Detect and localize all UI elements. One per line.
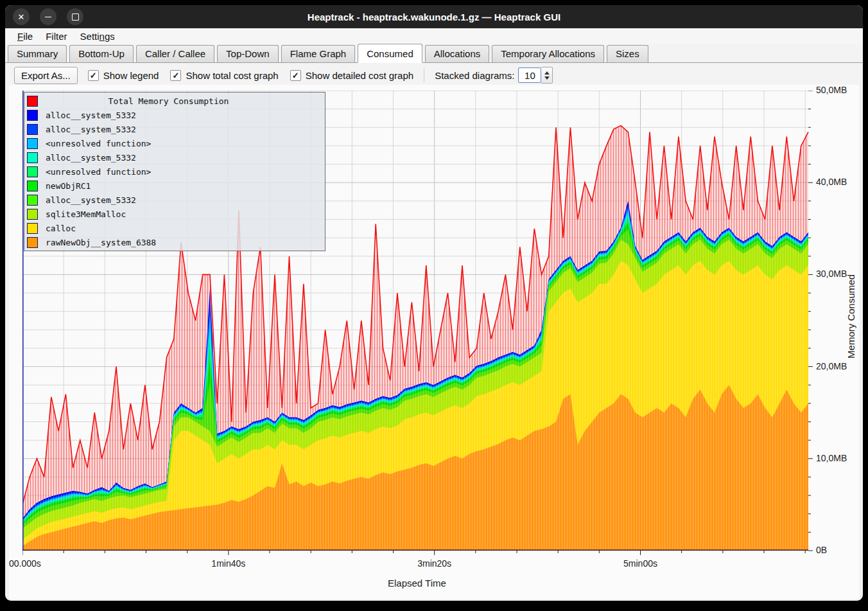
tab-temporary-allocations[interactable]: Temporary Allocations [492, 45, 604, 62]
y-axis-title: Memory Consumed [846, 274, 856, 359]
legend-swatch [27, 237, 38, 248]
minimize-icon [45, 17, 51, 17]
legend-swatch [27, 223, 38, 234]
memory-consumption-chart[interactable]: 0B10,0MB20,0MB30,0MB40,0MB50,0MB00.000s1… [9, 85, 859, 599]
close-button[interactable]: ✕ [13, 8, 30, 25]
tab-bar: SummaryBottom-UpCaller / CalleeTop-DownF… [5, 44, 863, 63]
x-tick-label: 1min40s [203, 558, 254, 569]
tab-consumed[interactable]: Consumed [358, 44, 422, 63]
legend-label: alloc__system_5332 [46, 153, 136, 163]
spinner-up-icon[interactable] [544, 71, 550, 75]
legend-item: alloc__system_5332 [24, 108, 325, 122]
tab-sizes[interactable]: Sizes [607, 45, 648, 62]
checkbox-label: Show legend [103, 70, 159, 81]
tab-caller-callee[interactable]: Caller / Callee [136, 45, 214, 62]
legend-label: alloc__system_5332 [46, 195, 136, 205]
tab-bottom-up[interactable]: Bottom-Up [69, 45, 134, 62]
window-title: Heaptrack - heaptrack.wakunode.1.gz — He… [308, 12, 560, 22]
legend-swatch [27, 181, 38, 191]
legend-swatch [27, 209, 38, 220]
maximize-icon [72, 13, 79, 21]
menu-item-filter[interactable]: Filter [40, 30, 73, 43]
x-tick-label: 3min20s [409, 558, 460, 569]
legend-label: rawNewObj__system_6388 [46, 238, 156, 247]
legend-item: sqlite3MemMalloc [24, 207, 325, 221]
legend-label: <unresolved function> [46, 167, 151, 177]
checkbox-label: Show detailed cost graph [306, 70, 413, 81]
legend-swatch [27, 110, 38, 121]
menu-bar: FileFilterSettings [5, 28, 863, 44]
stacked-diagrams-spinner[interactable]: 10 [518, 67, 553, 84]
y-tick-label: 40,0MB [816, 177, 847, 187]
y-tick-label: 50,0MB [816, 85, 847, 95]
legend-label: newObjRC1 [46, 181, 91, 191]
legend-item: <unresolved function> [24, 164, 325, 179]
title-bar[interactable]: ✕ Heaptrack - heaptrack.wakunode.1.gz — … [5, 5, 863, 28]
checkbox-show-detailed-cost-graph[interactable]: ✓Show detailed cost graph [290, 70, 413, 81]
tab-flame-graph[interactable]: Flame Graph [281, 45, 356, 62]
legend-item: alloc__system_5332 [24, 150, 325, 164]
x-tick-label: 5min00s [615, 558, 666, 569]
menu-item-file[interactable]: File [12, 30, 39, 43]
legend-item: rawNewObj__system_6388 [24, 235, 325, 249]
checkbox-show-legend[interactable]: ✓Show legend [88, 70, 159, 81]
y-tick-label: 30,0MB [816, 269, 847, 279]
x-axis-title: Elapsed Time [388, 578, 446, 589]
legend-swatch [27, 124, 38, 135]
toolbar: Export As... ✓Show legend✓Show total cos… [5, 63, 863, 86]
toolbar-separator [424, 68, 424, 82]
stacked-diagrams-value[interactable]: 10 [518, 67, 541, 83]
legend-title-row: Total Memory Consumption [24, 94, 325, 108]
tab-summary[interactable]: Summary [8, 45, 67, 62]
x-tick-label: 00.000s [9, 558, 41, 569]
minimize-button[interactable] [40, 8, 56, 25]
legend-swatch [27, 166, 38, 177]
checkmark-icon: ✓ [88, 70, 99, 81]
legend-label: sqlite3MemMalloc [46, 209, 126, 219]
legend-swatch [27, 195, 38, 206]
y-tick-label: 10,0MB [816, 453, 847, 463]
y-tick-label: 0B [816, 545, 827, 555]
export-as-button[interactable]: Export As... [14, 67, 78, 84]
legend-swatch [27, 96, 38, 107]
y-tick-label: 20,0MB [816, 361, 847, 371]
tab-allocations[interactable]: Allocations [425, 45, 490, 62]
menu-item-settings[interactable]: Settings [74, 30, 121, 43]
checkbox-show-total-cost-graph[interactable]: ✓Show total cost graph [170, 70, 278, 81]
legend-swatch [27, 138, 38, 149]
close-icon: ✕ [18, 12, 25, 22]
chart-legend: Total Memory Consumptionalloc__system_53… [24, 92, 326, 251]
legend-label: alloc__system_5332 [46, 125, 136, 134]
spinner-down-icon[interactable] [544, 76, 550, 80]
legend-item: alloc__system_5332 [24, 193, 325, 207]
legend-label: <unresolved function> [46, 139, 151, 148]
legend-label: alloc__system_5332 [46, 111, 136, 120]
legend-item: <unresolved function> [24, 136, 325, 150]
checkmark-icon: ✓ [290, 70, 301, 81]
legend-item: newObjRC1 [24, 179, 325, 193]
legend-label: Total Memory Consumption [38, 96, 325, 106]
stacked-diagrams-label: Stacked diagrams: [435, 70, 514, 81]
checkmark-icon: ✓ [170, 70, 181, 81]
legend-item: calloc [24, 221, 325, 235]
app-window: ✕ Heaptrack - heaptrack.wakunode.1.gz — … [5, 5, 863, 601]
maximize-button[interactable] [67, 8, 83, 25]
tab-top-down[interactable]: Top-Down [217, 45, 279, 62]
legend-swatch [27, 152, 38, 163]
legend-item: alloc__system_5332 [24, 122, 325, 136]
checkbox-label: Show total cost graph [186, 70, 278, 81]
legend-label: calloc [46, 224, 76, 233]
